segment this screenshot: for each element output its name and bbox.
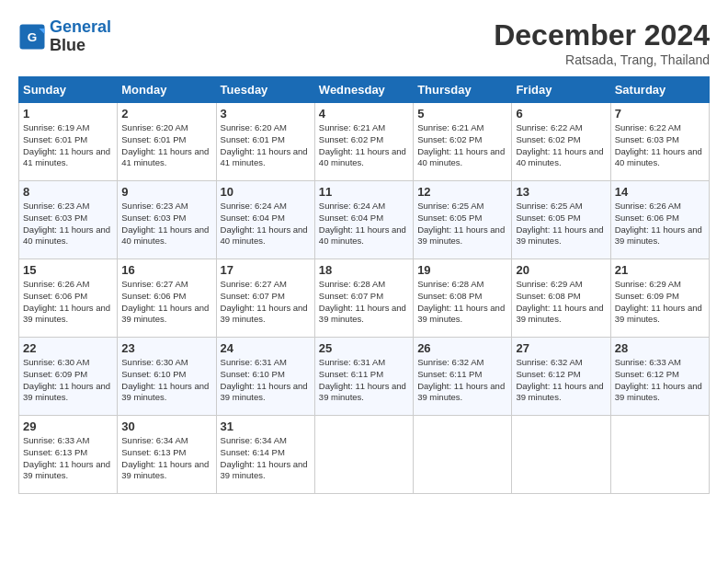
day-info: Sunrise: 6:25 AMSunset: 6:05 PMDaylight:… <box>417 201 507 247</box>
day-number: 24 <box>221 341 311 355</box>
day-number: 22 <box>23 341 113 355</box>
logo-line1: General <box>50 17 111 36</box>
col-header-monday: Monday <box>118 77 216 103</box>
svg-text:G: G <box>28 29 38 43</box>
day-info: Sunrise: 6:32 AMSunset: 6:12 PMDaylight:… <box>516 357 606 404</box>
day-info: Sunrise: 6:21 AMSunset: 6:02 PMDaylight:… <box>417 122 507 169</box>
col-header-wednesday: Wednesday <box>314 77 413 103</box>
calendar-cell: 31Sunrise: 6:34 AMSunset: 6:14 PMDayligh… <box>216 416 314 494</box>
day-number: 21 <box>615 263 705 277</box>
day-info: Sunrise: 6:32 AMSunset: 6:11 PMDaylight:… <box>417 357 507 404</box>
logo-icon: G <box>18 23 46 51</box>
calendar-cell: 23Sunrise: 6:30 AMSunset: 6:10 PMDayligh… <box>118 338 216 416</box>
day-info: Sunrise: 6:33 AMSunset: 6:12 PMDaylight:… <box>615 357 705 404</box>
day-number: 26 <box>417 341 507 355</box>
day-info: Sunrise: 6:27 AMSunset: 6:06 PMDaylight:… <box>121 279 211 326</box>
day-info: Sunrise: 6:30 AMSunset: 6:09 PMDaylight:… <box>23 357 113 404</box>
calendar-cell: 13Sunrise: 6:25 AMSunset: 6:05 PMDayligh… <box>512 181 610 259</box>
day-number: 13 <box>516 185 606 199</box>
day-number: 27 <box>516 341 606 355</box>
calendar-cell: 8Sunrise: 6:23 AMSunset: 6:03 PMDaylight… <box>19 181 118 259</box>
day-info: Sunrise: 6:26 AMSunset: 6:06 PMDaylight:… <box>615 201 705 247</box>
day-info: Sunrise: 6:30 AMSunset: 6:10 PMDaylight:… <box>121 357 211 404</box>
day-number: 20 <box>516 263 606 277</box>
day-number: 3 <box>221 107 311 121</box>
day-info: Sunrise: 6:22 AMSunset: 6:03 PMDaylight:… <box>615 122 705 169</box>
title-block: December 2024 Ratsada, Trang, Thailand <box>494 18 710 67</box>
day-info: Sunrise: 6:29 AMSunset: 6:08 PMDaylight:… <box>516 279 606 326</box>
day-info: Sunrise: 6:34 AMSunset: 6:13 PMDaylight:… <box>121 435 211 482</box>
day-info: Sunrise: 6:22 AMSunset: 6:02 PMDaylight:… <box>516 122 606 169</box>
col-header-friday: Friday <box>512 77 610 103</box>
header-row: SundayMondayTuesdayWednesdayThursdayFrid… <box>19 77 710 103</box>
calendar-cell <box>414 416 512 494</box>
calendar-cell: 17Sunrise: 6:27 AMSunset: 6:07 PMDayligh… <box>216 259 314 338</box>
day-number: 29 <box>23 419 113 433</box>
day-info: Sunrise: 6:19 AMSunset: 6:01 PMDaylight:… <box>23 122 113 169</box>
week-row-1: 1Sunrise: 6:19 AMSunset: 6:01 PMDaylight… <box>19 103 710 181</box>
calendar-cell: 19Sunrise: 6:28 AMSunset: 6:08 PMDayligh… <box>414 259 512 338</box>
day-number: 14 <box>615 185 705 199</box>
calendar-table: SundayMondayTuesdayWednesdayThursdayFrid… <box>18 76 710 494</box>
calendar-cell: 22Sunrise: 6:30 AMSunset: 6:09 PMDayligh… <box>19 338 118 416</box>
col-header-sunday: Sunday <box>19 77 118 103</box>
day-info: Sunrise: 6:27 AMSunset: 6:07 PMDaylight:… <box>221 279 311 326</box>
day-number: 25 <box>319 341 409 355</box>
day-info: Sunrise: 6:31 AMSunset: 6:11 PMDaylight:… <box>319 357 409 404</box>
calendar-cell: 6Sunrise: 6:22 AMSunset: 6:02 PMDaylight… <box>512 103 610 181</box>
calendar-cell: 5Sunrise: 6:21 AMSunset: 6:02 PMDaylight… <box>414 103 512 181</box>
calendar-cell: 12Sunrise: 6:25 AMSunset: 6:05 PMDayligh… <box>414 181 512 259</box>
day-number: 4 <box>319 107 409 121</box>
day-info: Sunrise: 6:23 AMSunset: 6:03 PMDaylight:… <box>23 201 113 247</box>
day-number: 12 <box>417 185 507 199</box>
calendar-cell: 25Sunrise: 6:31 AMSunset: 6:11 PMDayligh… <box>314 338 413 416</box>
day-info: Sunrise: 6:24 AMSunset: 6:04 PMDaylight:… <box>319 201 409 247</box>
day-info: Sunrise: 6:23 AMSunset: 6:03 PMDaylight:… <box>121 201 211 247</box>
day-info: Sunrise: 6:28 AMSunset: 6:08 PMDaylight:… <box>417 279 507 326</box>
calendar-cell: 28Sunrise: 6:33 AMSunset: 6:12 PMDayligh… <box>610 338 709 416</box>
day-number: 8 <box>23 185 113 199</box>
day-info: Sunrise: 6:24 AMSunset: 6:04 PMDaylight:… <box>221 201 311 247</box>
calendar-cell: 30Sunrise: 6:34 AMSunset: 6:13 PMDayligh… <box>118 416 216 494</box>
calendar-cell: 9Sunrise: 6:23 AMSunset: 6:03 PMDaylight… <box>118 181 216 259</box>
calendar-cell: 20Sunrise: 6:29 AMSunset: 6:08 PMDayligh… <box>512 259 610 338</box>
week-row-5: 29Sunrise: 6:33 AMSunset: 6:13 PMDayligh… <box>19 416 710 494</box>
day-info: Sunrise: 6:26 AMSunset: 6:06 PMDaylight:… <box>23 279 113 326</box>
day-info: Sunrise: 6:21 AMSunset: 6:02 PMDaylight:… <box>319 122 409 169</box>
col-header-tuesday: Tuesday <box>216 77 314 103</box>
day-number: 5 <box>417 107 507 121</box>
calendar-cell <box>512 416 610 494</box>
calendar-cell: 26Sunrise: 6:32 AMSunset: 6:11 PMDayligh… <box>414 338 512 416</box>
day-number: 18 <box>319 263 409 277</box>
calendar-cell: 27Sunrise: 6:32 AMSunset: 6:12 PMDayligh… <box>512 338 610 416</box>
calendar-cell: 10Sunrise: 6:24 AMSunset: 6:04 PMDayligh… <box>216 181 314 259</box>
day-number: 9 <box>121 185 211 199</box>
calendar-cell: 16Sunrise: 6:27 AMSunset: 6:06 PMDayligh… <box>118 259 216 338</box>
calendar-cell: 21Sunrise: 6:29 AMSunset: 6:09 PMDayligh… <box>610 259 709 338</box>
day-info: Sunrise: 6:34 AMSunset: 6:14 PMDaylight:… <box>221 435 311 482</box>
calendar-cell: 11Sunrise: 6:24 AMSunset: 6:04 PMDayligh… <box>314 181 413 259</box>
calendar-cell: 24Sunrise: 6:31 AMSunset: 6:10 PMDayligh… <box>216 338 314 416</box>
day-number: 19 <box>417 263 507 277</box>
calendar-cell: 14Sunrise: 6:26 AMSunset: 6:06 PMDayligh… <box>610 181 709 259</box>
day-number: 2 <box>121 107 211 121</box>
day-info: Sunrise: 6:28 AMSunset: 6:07 PMDaylight:… <box>319 279 409 326</box>
calendar-cell <box>610 416 709 494</box>
day-number: 1 <box>23 107 113 121</box>
day-info: Sunrise: 6:20 AMSunset: 6:01 PMDaylight:… <box>221 122 311 169</box>
week-row-3: 15Sunrise: 6:26 AMSunset: 6:06 PMDayligh… <box>19 259 710 338</box>
calendar-cell: 7Sunrise: 6:22 AMSunset: 6:03 PMDaylight… <box>610 103 709 181</box>
day-number: 7 <box>615 107 705 121</box>
col-header-saturday: Saturday <box>610 77 709 103</box>
day-number: 16 <box>121 263 211 277</box>
calendar-cell: 3Sunrise: 6:20 AMSunset: 6:01 PMDaylight… <box>216 103 314 181</box>
day-number: 15 <box>23 263 113 277</box>
day-info: Sunrise: 6:20 AMSunset: 6:01 PMDaylight:… <box>121 122 211 169</box>
day-number: 23 <box>121 341 211 355</box>
month-year: December 2024 <box>494 18 710 52</box>
calendar-cell <box>314 416 413 494</box>
day-number: 10 <box>221 185 311 199</box>
calendar-cell: 4Sunrise: 6:21 AMSunset: 6:02 PMDaylight… <box>314 103 413 181</box>
day-info: Sunrise: 6:33 AMSunset: 6:13 PMDaylight:… <box>23 435 113 482</box>
day-info: Sunrise: 6:29 AMSunset: 6:09 PMDaylight:… <box>615 279 705 326</box>
